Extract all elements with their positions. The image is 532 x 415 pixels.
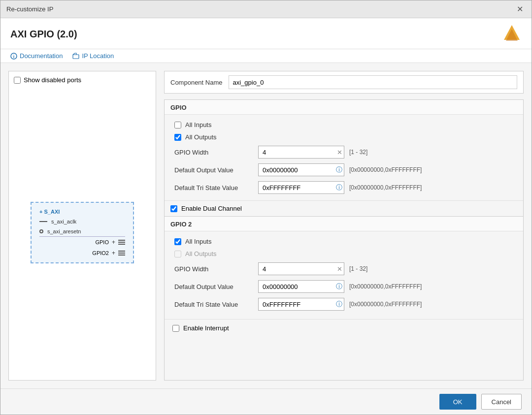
- component-diagram: + S_AXI s_axi_aclk s_axi_aresetn: [14, 90, 151, 375]
- gpio2-section-content: All Inputs All Outputs GPIO Width: [165, 231, 523, 317]
- bottom-bar: OK Cancel: [0, 388, 532, 415]
- close-button[interactable]: ✕: [514, 3, 526, 15]
- gpio2-all-outputs-label: All Outputs: [185, 250, 217, 257]
- config-panel: GPIO All Inputs All Outputs: [164, 99, 524, 381]
- enable-dual-label: Enable Dual Channel: [181, 205, 242, 212]
- gpio-width-input[interactable]: [258, 146, 344, 159]
- gpio2-all-inputs-checkbox[interactable]: [174, 238, 181, 245]
- config-scroll[interactable]: GPIO All Inputs All Outputs: [165, 100, 523, 380]
- gpio2-default-tri-input[interactable]: [258, 298, 344, 311]
- all-outputs-label: All Outputs: [185, 133, 217, 141]
- gpio2-width-input[interactable]: [258, 262, 344, 275]
- default-output-input[interactable]: [258, 163, 344, 176]
- component-name-label: Component Name: [170, 79, 223, 86]
- info-icon: i: [10, 53, 17, 60]
- ip-location-link[interactable]: IP Location: [72, 52, 114, 60]
- enable-interrupt-label: Enable Interrupt: [183, 324, 229, 332]
- enable-dual-row: Enable Dual Channel: [165, 200, 523, 216]
- s-axi-aclk-label: s_axi_aclk: [51, 219, 76, 224]
- xilinx-logo-icon: [502, 24, 522, 44]
- header-section: AXI GPIO (2.0): [0, 18, 532, 49]
- default-tri-info-btn[interactable]: ⓘ: [336, 183, 342, 192]
- gpio2-section: GPIO 2 All Inputs All Outputs: [165, 216, 523, 317]
- all-outputs-checkbox[interactable]: [174, 134, 181, 141]
- gpio-width-range: [1 - 32]: [349, 149, 367, 156]
- default-tri-range: [0x00000000,0xFFFFFFFF]: [349, 184, 422, 191]
- dialog-title: Re-customize IP: [6, 5, 53, 13]
- default-tri-row: Default Tri State Value ⓘ [0x00000000,0x…: [174, 179, 513, 196]
- enable-interrupt-row: Enable Interrupt: [165, 319, 523, 337]
- show-disabled-row: Show disabled ports: [14, 76, 151, 84]
- svg-text:i: i: [13, 54, 15, 59]
- gpio-width-clear-btn[interactable]: ✕: [337, 149, 342, 156]
- gpio-port: GPIO +: [95, 239, 125, 246]
- gpio2-default-output-input[interactable]: [258, 280, 344, 293]
- gpio-label: GPIO: [95, 239, 109, 245]
- right-panel: Component Name GPIO All Inputs: [164, 71, 524, 381]
- default-output-label: Default Output Value: [174, 166, 253, 174]
- port-s-axi: + S_AXI: [39, 209, 125, 215]
- all-inputs-checkbox[interactable]: [174, 122, 181, 128]
- default-tri-input-wrap: ⓘ: [258, 181, 344, 194]
- nav-bar: i Documentation IP Location: [0, 49, 532, 63]
- gpio2-section-header: GPIO 2: [165, 217, 523, 231]
- gpio2-default-tri-info-btn[interactable]: ⓘ: [336, 300, 342, 309]
- default-tri-label: Default Tri State Value: [174, 184, 253, 192]
- svg-rect-4: [73, 55, 79, 59]
- s-axi-aresetn-label: s_axi_aresetn: [47, 228, 81, 234]
- gpio2-default-output-input-wrap: ⓘ: [258, 280, 344, 293]
- gpio-width-label: GPIO Width: [174, 149, 253, 156]
- gpio2-default-tri-range: [0x00000000,0xFFFFFFFF]: [349, 301, 422, 308]
- gpio2-width-label: GPIO Width: [174, 265, 253, 273]
- gpio2-port: GPIO2 +: [92, 250, 125, 256]
- gpio-width-row: GPIO Width ✕ [1 - 32]: [174, 143, 513, 161]
- s-axi-label: + S_AXI: [39, 209, 60, 215]
- cancel-button[interactable]: Cancel: [481, 394, 522, 410]
- show-disabled-label: Show disabled ports: [24, 76, 81, 84]
- gpio2-width-row: GPIO Width ✕ [1 - 32]: [174, 260, 513, 278]
- enable-interrupt-checkbox[interactable]: [172, 325, 179, 332]
- gpio2-default-output-info-btn[interactable]: ⓘ: [336, 282, 342, 291]
- gpio2-all-inputs-label: All Inputs: [185, 238, 211, 245]
- gpio2-default-tri-label: Default Tri State Value: [174, 301, 253, 308]
- component-name-input[interactable]: [229, 75, 518, 89]
- folder-icon: [72, 53, 79, 60]
- gpio-section: GPIO All Inputs All Outputs: [165, 100, 523, 200]
- ip-title: AXI GPIO (2.0): [10, 29, 77, 40]
- default-output-info-btn[interactable]: ⓘ: [336, 165, 342, 174]
- all-outputs-row: All Outputs: [174, 131, 513, 143]
- gpio2-default-output-range: [0x00000000,0xFFFFFFFF]: [349, 283, 422, 290]
- title-bar: Re-customize IP ✕: [0, 0, 532, 18]
- all-inputs-label: All Inputs: [185, 121, 211, 128]
- gpio2-width-input-wrap: ✕: [258, 262, 344, 275]
- gpio2-all-outputs-row: All Outputs: [174, 248, 513, 260]
- show-disabled-checkbox[interactable]: [14, 77, 21, 84]
- default-tri-input[interactable]: [258, 181, 344, 194]
- all-inputs-row: All Inputs: [174, 119, 513, 131]
- gpio2-default-tri-row: Default Tri State Value ⓘ [0x00000000,0x…: [174, 295, 513, 313]
- ok-button[interactable]: OK: [439, 394, 476, 410]
- dialog: Re-customize IP ✕ AXI GPIO (2.0) i Docum…: [0, 0, 532, 415]
- main-content: Show disabled ports + S_AXI s_axi_aclk: [0, 63, 532, 388]
- component-name-row: Component Name: [164, 71, 524, 94]
- gpio2-width-clear-btn[interactable]: ✕: [337, 265, 342, 273]
- documentation-link[interactable]: i Documentation: [10, 52, 63, 60]
- gpio2-all-outputs-checkbox[interactable]: [174, 251, 181, 257]
- enable-dual-checkbox[interactable]: [170, 205, 177, 212]
- block-diagram: + S_AXI s_axi_aclk s_axi_aresetn: [31, 202, 134, 263]
- gpio-section-content: All Inputs All Outputs GPIO Width: [165, 115, 523, 200]
- default-output-range: [0x00000000,0xFFFFFFFF]: [349, 166, 422, 173]
- gpio2-all-inputs-row: All Inputs: [174, 235, 513, 248]
- default-output-row: Default Output Value ⓘ [0x00000000,0xFFF…: [174, 161, 513, 179]
- gpio2-default-tri-input-wrap: ⓘ: [258, 298, 344, 311]
- gpio2-width-range: [1 - 32]: [349, 265, 367, 272]
- port-aresetn: s_axi_aresetn: [39, 228, 125, 234]
- port-aclk: s_axi_aclk: [39, 219, 125, 224]
- gpio-width-input-wrap: ✕: [258, 146, 344, 159]
- gpio2-label: GPIO2: [92, 250, 109, 256]
- gpio2-default-output-row: Default Output Value ⓘ [0x00000000,0xFFF…: [174, 278, 513, 295]
- gpio-section-header: GPIO: [165, 100, 523, 115]
- default-output-input-wrap: ⓘ: [258, 163, 344, 176]
- left-panel: Show disabled ports + S_AXI s_axi_aclk: [8, 71, 156, 381]
- gpio2-default-output-label: Default Output Value: [174, 283, 253, 290]
